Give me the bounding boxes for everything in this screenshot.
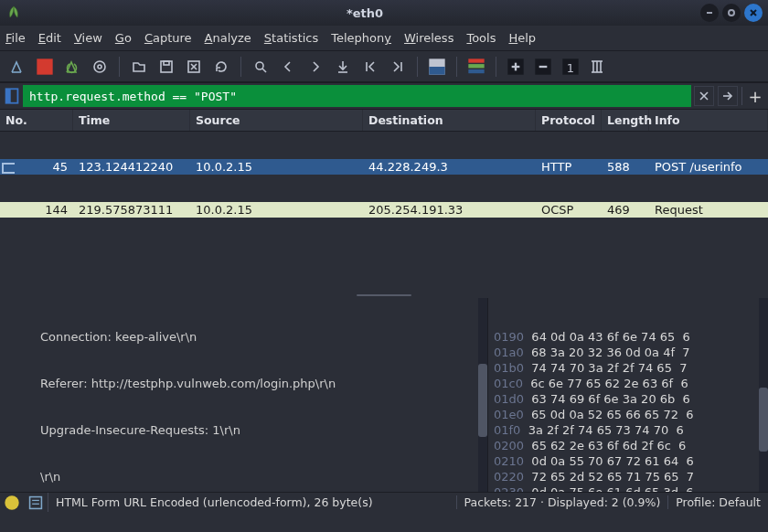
filter-bar: + (0, 82, 768, 110)
status-profile[interactable]: Profile: Default (667, 495, 768, 509)
window-title: *eth0 (29, 6, 700, 20)
menu-telephony[interactable]: Telephony (331, 31, 391, 45)
svg-rect-21 (468, 69, 484, 72)
col-info[interactable]: Info (649, 110, 768, 131)
menu-file[interactable]: File (5, 31, 26, 45)
packet-row[interactable]: 144 219.575873111 10.0.2.15 205.254.191.… (0, 202, 768, 218)
detail-line[interactable]: Referer: http://testphp.vulnweb.com/logi… (0, 376, 487, 391)
packet-details-pane[interactable]: Connection: keep-alive\r\n Referer: http… (0, 298, 488, 492)
menu-help[interactable]: Help (508, 31, 536, 45)
reload-button[interactable] (209, 55, 233, 79)
hex-row[interactable]: 0200 65 62 2e 63 6f 6d 2f 6c 6 (494, 438, 768, 453)
packet-list-body: 45 123.124412240 10.0.2.15 44.228.249.3 … (0, 132, 768, 245)
open-file-button[interactable] (127, 55, 151, 79)
menu-edit[interactable]: Edit (38, 31, 61, 45)
svg-text:1: 1 (567, 60, 574, 74)
svg-line-13 (262, 69, 266, 72)
hex-row[interactable]: 01d0 63 74 69 6f 6e 3a 20 6b 6 (494, 391, 768, 407)
add-filter-button[interactable]: + (746, 87, 764, 106)
capture-options-button[interactable] (88, 55, 112, 79)
auto-scroll-button[interactable] (425, 55, 449, 79)
svg-point-1 (729, 10, 734, 16)
expert-info-icon[interactable] (4, 495, 20, 511)
status-bar: HTML Form URL Encoded (urlencoded-form),… (0, 492, 768, 512)
save-button[interactable] (155, 55, 178, 79)
bytes-scrollbar[interactable] (759, 298, 768, 492)
go-back-button[interactable] (276, 55, 300, 79)
restart-capture-button[interactable] (60, 55, 84, 79)
close-file-button[interactable] (182, 55, 206, 79)
svg-point-12 (256, 62, 263, 69)
find-button[interactable] (249, 55, 272, 79)
col-no[interactable]: No. (0, 110, 73, 131)
details-scrollbar[interactable] (478, 298, 487, 492)
menu-go[interactable]: Go (115, 31, 132, 45)
zoom-out-button[interactable] (531, 55, 555, 79)
zoom-in-button[interactable] (504, 55, 528, 79)
packet-bytes-pane[interactable]: 0190 64 0d 0a 43 6f 6e 74 65 601a0 68 3a… (488, 298, 768, 492)
svg-point-5 (94, 61, 105, 72)
col-time[interactable]: Time (73, 110, 190, 131)
hex-row[interactable]: 01e0 65 0d 0a 52 65 66 65 72 6 (494, 407, 768, 422)
menu-wireless[interactable]: Wireless (404, 31, 453, 45)
bookmark-icon[interactable] (4, 88, 20, 104)
status-packet-count: Packets: 217 · Displayed: 2 (0.9%) (456, 495, 668, 509)
hex-row[interactable]: 01f0 3a 2f 2f 74 65 73 74 70 6 (494, 422, 768, 438)
col-destination[interactable]: Destination (363, 110, 536, 131)
col-protocol[interactable]: Protocol (536, 110, 602, 131)
titlebar: *eth0 (0, 0, 768, 26)
colorize-button[interactable] (464, 55, 488, 79)
svg-point-38 (5, 495, 18, 509)
stop-capture-button[interactable] (33, 55, 57, 79)
display-filter-input[interactable] (24, 86, 690, 106)
minimize-button[interactable] (700, 4, 719, 22)
filter-clear-button[interactable] (694, 86, 714, 106)
svg-rect-7 (161, 61, 172, 72)
menubar: File Edit View Go Capture Analyze Statis… (0, 26, 768, 51)
menu-capture[interactable]: Capture (144, 31, 192, 45)
hex-row[interactable]: 0190 64 0d 0a 43 6f 6e 74 65 6 (494, 329, 768, 345)
svg-rect-18 (429, 67, 444, 75)
toolbar: 1 (0, 51, 768, 82)
packet-list-header: No. Time Source Destination Protocol Len… (0, 110, 768, 132)
detail-line[interactable]: Connection: keep-alive\r\n (0, 329, 487, 345)
menu-analyze[interactable]: Analyze (205, 31, 251, 45)
maximize-button[interactable] (722, 4, 741, 22)
go-to-packet-button[interactable] (331, 55, 355, 79)
hex-row[interactable]: 01b0 74 74 70 3a 2f 2f 74 65 7 (494, 360, 768, 376)
capture-file-icon[interactable] (27, 495, 44, 511)
svg-rect-35 (6, 89, 11, 102)
packet-row[interactable]: 45 123.124412240 10.0.2.15 44.228.249.3 … (0, 159, 768, 175)
svg-rect-19 (468, 59, 484, 62)
svg-rect-8 (164, 61, 169, 65)
hex-row[interactable]: 01a0 68 3a 20 32 36 0d 0a 4f 7 (494, 345, 768, 360)
hex-row[interactable]: 01c0 6c 6e 77 65 62 2e 63 6f 6 (494, 376, 768, 391)
svg-rect-20 (468, 64, 484, 68)
app-icon (5, 5, 22, 21)
status-field-info: HTML Form URL Encoded (urlencoded-form),… (48, 493, 380, 512)
go-forward-button[interactable] (304, 55, 327, 79)
packet-list: No. Time Source Destination Protocol Len… (0, 110, 768, 293)
start-capture-button[interactable] (5, 55, 29, 79)
hex-row[interactable]: 0230 0d 0a 75 6e 61 6d 65 3d 6 (494, 484, 768, 492)
svg-point-6 (98, 65, 101, 69)
detail-line[interactable]: Upgrade-Insecure-Requests: 1\r\n (0, 422, 487, 438)
go-first-button[interactable] (358, 55, 382, 79)
lower-panes: Connection: keep-alive\r\n Referer: http… (0, 298, 768, 492)
go-last-button[interactable] (386, 55, 410, 79)
resize-columns-button[interactable] (586, 55, 610, 79)
col-source[interactable]: Source (190, 110, 363, 131)
svg-rect-39 (30, 496, 42, 508)
hex-row[interactable]: 0220 72 65 2d 52 65 71 75 65 7 (494, 469, 768, 484)
close-button[interactable] (744, 4, 763, 22)
col-length[interactable]: Length (602, 110, 649, 131)
detail-line[interactable]: \r\n (0, 469, 487, 484)
hex-row[interactable]: 0210 0d 0a 55 70 67 72 61 64 6 (494, 453, 768, 469)
zoom-reset-button[interactable]: 1 (559, 55, 582, 79)
menu-view[interactable]: View (74, 31, 102, 45)
filter-apply-button[interactable] (718, 86, 738, 106)
menu-statistics[interactable]: Statistics (264, 31, 318, 45)
menu-tools[interactable]: Tools (466, 31, 496, 45)
svg-rect-4 (37, 59, 52, 74)
